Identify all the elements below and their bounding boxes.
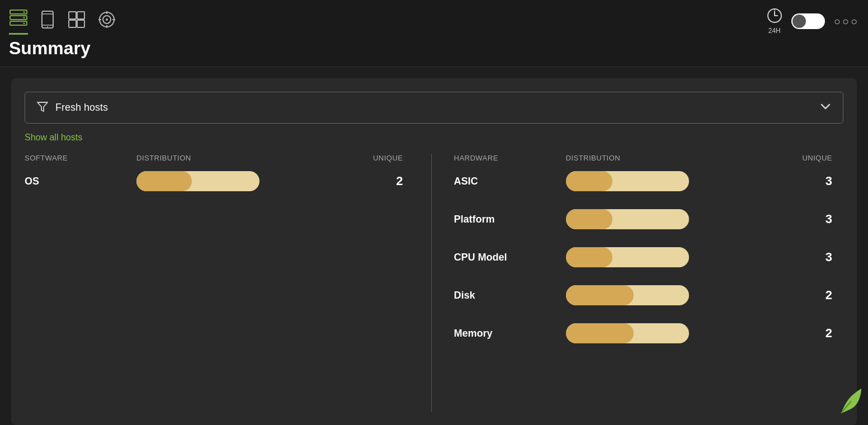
show-all-hosts-link[interactable]: Show all hosts <box>25 133 82 143</box>
software-col1-header: SOFTWARE <box>25 154 136 162</box>
table-row: ASIC 3 <box>454 171 844 191</box>
leaf-icon <box>840 388 862 419</box>
hardware-section: HARDWARE DISTRIBUTION UNIQUE ASIC 3 Plat… <box>432 154 844 412</box>
hardware-headers: HARDWARE DISTRIBUTION UNIQUE <box>454 154 844 162</box>
dist-bar <box>566 171 689 191</box>
software-rows: OS 2 <box>25 171 414 191</box>
svg-rect-11 <box>77 12 84 19</box>
svg-rect-12 <box>69 20 76 27</box>
table-row: OS 2 <box>25 171 414 191</box>
dist-bar <box>566 323 689 343</box>
hardware-col3-header: UNIQUE <box>787 154 843 162</box>
filter-label: Fresh hosts <box>55 102 108 114</box>
svg-rect-13 <box>77 20 84 27</box>
dist-bar-container <box>136 171 358 191</box>
servers-icon[interactable] <box>9 8 28 35</box>
row-label: CPU Model <box>454 252 566 263</box>
time-control[interactable]: 24H <box>767 8 782 35</box>
filter-icon <box>36 100 49 115</box>
svg-point-3 <box>23 11 25 13</box>
table-row: Disk 2 <box>454 285 844 305</box>
svg-point-4 <box>23 17 25 18</box>
cube-icon[interactable] <box>67 10 86 33</box>
nav-icons <box>9 8 116 35</box>
toggle-switch[interactable] <box>791 13 825 29</box>
dist-bar-fill <box>566 323 634 343</box>
table-row: Platform 3 <box>454 209 844 229</box>
row-label: ASIC <box>454 176 566 187</box>
svg-point-9 <box>47 26 48 27</box>
dist-bar <box>136 171 260 191</box>
svg-point-16 <box>106 18 108 21</box>
time-label: 24H <box>768 27 781 35</box>
dist-bar-container <box>566 323 788 343</box>
row-label: Memory <box>454 328 566 339</box>
hardware-col2-header: DISTRIBUTION <box>566 154 788 162</box>
top-bar: Summary 24H ○○○ <box>0 0 868 67</box>
row-unique: 3 <box>787 250 843 265</box>
filter-left: Fresh hosts <box>36 100 108 115</box>
row-label: Disk <box>454 290 566 301</box>
page-title: Summary <box>9 38 91 59</box>
dist-bar-fill <box>566 209 613 229</box>
hardware-rows: ASIC 3 Platform 3 CPU Model 3 <box>454 171 844 343</box>
top-right-controls: 24H ○○○ <box>767 8 859 35</box>
svg-rect-10 <box>69 12 76 19</box>
dist-bar-container <box>566 285 788 305</box>
table-row: Memory 2 <box>454 323 844 343</box>
dist-bar-fill <box>566 247 613 267</box>
svg-marker-25 <box>37 102 48 111</box>
row-unique: 2 <box>787 288 843 303</box>
dist-bar <box>566 247 689 267</box>
dist-bar-fill <box>136 171 192 191</box>
svg-point-5 <box>23 22 25 24</box>
software-col2-header: DISTRIBUTION <box>136 154 358 162</box>
chevron-down-icon <box>819 100 832 115</box>
dist-bar-fill <box>566 285 634 305</box>
dist-bar-container <box>566 209 788 229</box>
software-headers: SOFTWARE DISTRIBUTION UNIQUE <box>25 154 414 162</box>
table-row: CPU Model 3 <box>454 247 844 267</box>
row-unique: 3 <box>787 212 843 226</box>
more-options-button[interactable]: ○○○ <box>834 15 859 28</box>
target-icon[interactable] <box>97 10 116 33</box>
software-col3-header: UNIQUE <box>358 154 414 162</box>
columns-container: SOFTWARE DISTRIBUTION UNIQUE OS 2 HARDWA… <box>25 154 843 412</box>
dist-bar-container <box>566 247 788 267</box>
row-unique: 3 <box>787 174 843 188</box>
dist-bar-fill <box>566 171 613 191</box>
filter-bar[interactable]: Fresh hosts <box>25 92 843 124</box>
row-label: OS <box>25 176 136 187</box>
row-label: Platform <box>454 214 566 225</box>
row-unique: 2 <box>358 174 414 188</box>
clock-icon <box>767 8 782 27</box>
software-section: SOFTWARE DISTRIBUTION UNIQUE OS 2 <box>25 154 432 412</box>
main-content: Fresh hosts Show all hosts SOFTWARE DIST… <box>11 78 857 425</box>
dist-bar <box>566 209 689 229</box>
device-icon[interactable] <box>39 10 56 33</box>
hardware-col1-header: HARDWARE <box>454 154 566 162</box>
dist-bar <box>566 285 689 305</box>
dist-bar-container <box>566 171 788 191</box>
row-unique: 2 <box>787 326 843 341</box>
